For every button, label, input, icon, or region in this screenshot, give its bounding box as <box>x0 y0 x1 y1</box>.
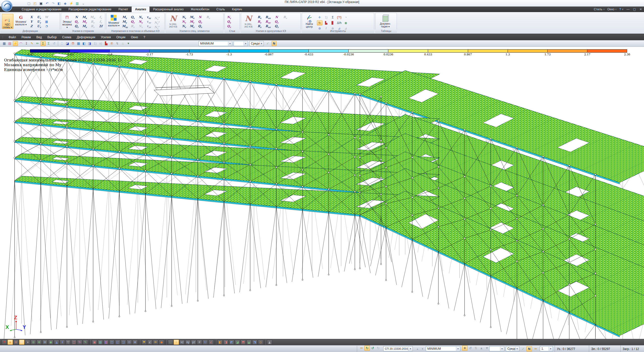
letter-button[interactable]: N <box>197 15 203 19</box>
letter-button[interactable]: ◔ <box>44 24 50 28</box>
letter-button[interactable]: Rz <box>205 15 211 19</box>
average-combobox-status[interactable]: Средни▼ <box>506 346 519 351</box>
view-toolbar-icon[interactable]: ⇓ <box>174 340 179 345</box>
letter-button[interactable]: τxz <box>145 19 152 24</box>
tool-icon[interactable]: ▙ <box>323 20 329 25</box>
up-triangle-button[interactable]: ▲ <box>415 346 420 351</box>
nds-schemes-button[interactable]: ⌐↓ НДС схемы ▾ <box>2 14 13 29</box>
toolbar-icon[interactable]: ◠ <box>18 41 23 46</box>
view-toolbar-icon[interactable]: ◱ <box>115 340 120 345</box>
style-menu[interactable]: Стиль∨ <box>594 8 605 11</box>
toolbar-icon[interactable]: ◧ <box>82 41 87 46</box>
chevron-down-icon[interactable]: ▼ <box>408 347 412 351</box>
statusbar-icon[interactable]: ▼ <box>484 345 490 351</box>
view-toolbar-icon[interactable]: ⬓ <box>246 340 252 345</box>
view-toolbar-icon[interactable]: ⊞ <box>13 340 19 345</box>
letter-button[interactable]: Ny <box>181 19 187 24</box>
find-center-button[interactable]: ↓G Найти центр <box>303 14 316 28</box>
mosaic-isofields-button[interactable]: G Мозаика/ изополя ▾ <box>15 14 27 26</box>
view-toolbar-icon[interactable]: ✎ <box>83 340 88 345</box>
letter-button[interactable]: Mx <box>81 15 88 19</box>
tool-icon[interactable]: Σ <box>330 15 335 20</box>
view-toolbar-icon[interactable]: ▥ <box>103 340 109 345</box>
statusbar-icon[interactable]: ✳ <box>462 345 468 351</box>
view-toolbar-icon[interactable]: ◑ <box>25 340 30 345</box>
letter-button[interactable]: Qy <box>129 19 136 24</box>
letter-button[interactable]: Nya <box>154 19 160 24</box>
view-toolbar-icon[interactable]: ▣ <box>92 340 97 345</box>
letter-button[interactable]: My <box>189 19 195 24</box>
view-toolbar-icon[interactable]: ⊜ <box>31 340 36 345</box>
view-toolbar-icon[interactable]: ✏ <box>153 340 158 345</box>
view-toolbar-icon[interactable]: U <box>203 340 208 345</box>
tab-brick[interactable]: Кирпич <box>229 7 246 12</box>
documentation-button[interactable]: Докумен- тация ▾ <box>376 14 394 28</box>
letter-button[interactable]: Mxy <box>121 24 128 28</box>
window-menu[interactable]: Окно∨ <box>607 8 617 11</box>
letter-button[interactable]: Nza <box>154 24 160 28</box>
toolbar-icon[interactable]: ✏ <box>35 41 40 46</box>
tool-icon[interactable]: ◉ <box>343 20 349 25</box>
toolbar-icon[interactable]: ◪ <box>65 41 70 46</box>
prev-triangle-button[interactable]: △ <box>120 41 125 46</box>
letter-button[interactable]: Ry <box>256 19 263 24</box>
close-button[interactable]: ✕ <box>639 8 642 11</box>
view-toolbar-icon[interactable]: ∠ <box>208 340 214 345</box>
help-button[interactable]: ?∨ <box>619 8 624 11</box>
letter-button[interactable]: N <box>73 15 80 19</box>
down-triangle-button[interactable]: ▼ <box>420 346 425 351</box>
apply-check-button[interactable]: ✓ <box>265 41 270 46</box>
chevron-down-icon[interactable]: ▼ <box>228 42 232 46</box>
letter-button[interactable]: Mx <box>189 15 195 19</box>
letter-button[interactable]: X <box>28 15 34 19</box>
menu-view[interactable]: Вид <box>34 34 45 40</box>
tool-icon[interactable]: 1) <box>323 15 329 20</box>
view-toolbar-icon[interactable]: ◇ <box>258 340 263 345</box>
statusbar-icon[interactable]: ↺ <box>370 345 375 351</box>
letter-button[interactable]: ▦ <box>44 19 50 24</box>
letter-button[interactable] <box>282 24 289 28</box>
letter-button[interactable] <box>205 19 211 24</box>
view-toolbar-icon[interactable]: ◲ <box>121 340 126 345</box>
n-flag-button-status[interactable]: N <box>526 346 532 351</box>
tab-reinforced-concrete[interactable]: Железобетон <box>187 7 213 12</box>
tool-icon[interactable]: {?!} <box>336 15 342 20</box>
toolbar-icon[interactable]: Σ <box>46 41 51 46</box>
letter-button[interactable]: Rz <box>129 24 136 28</box>
letter-button[interactable]: Ruz <box>264 24 272 28</box>
tool-icon[interactable]: ◔ <box>343 15 349 20</box>
chevron-down-icon[interactable]: ▼ <box>259 42 263 46</box>
n-flag-button[interactable]: N <box>272 41 277 46</box>
letter-button[interactable]: Nz <box>137 24 144 28</box>
view-toolbar-icon[interactable]: xz <box>179 340 185 345</box>
letter-button[interactable]: τyz <box>145 24 152 28</box>
letter-button[interactable]: Ruy <box>264 19 272 24</box>
letter-button[interactable]: Qx <box>226 19 232 24</box>
letter-button[interactable]: fz <box>97 19 104 24</box>
menu-window[interactable]: Окно <box>128 34 141 40</box>
view-toolbar-icon[interactable]: ◮ <box>54 340 59 345</box>
statusbar-icon[interactable]: ↺ <box>468 345 473 351</box>
chevron-down-icon[interactable]: ▼ <box>549 347 552 351</box>
letter-button[interactable]: W <box>44 15 50 19</box>
letter-button[interactable]: Rux <box>264 15 272 19</box>
letter-button[interactable]: Qy <box>73 19 80 24</box>
toolbar-icon[interactable]: ▙ <box>104 41 109 46</box>
norm-combobox[interactable]: СП 20.13330.2016_▼ <box>383 346 413 351</box>
letter-button[interactable]: Nx <box>181 15 187 19</box>
letter-button[interactable]: Qz <box>226 24 232 28</box>
menu-scheme[interactable]: Схема <box>59 34 74 40</box>
structural-model[interactable] <box>0 47 644 339</box>
tab-creation[interactable]: Создание и редактирование <box>18 7 65 12</box>
view-toolbar-icon[interactable]: ◪ <box>235 340 240 345</box>
letter-button[interactable]: Nxa <box>154 15 160 19</box>
letter-button[interactable]: My <box>121 19 128 24</box>
view-toolbar-icon[interactable]: ↻ <box>77 340 82 345</box>
tab-steel[interactable]: Сталь <box>213 7 229 12</box>
pencil-button-status[interactable]: ✏ <box>533 346 539 351</box>
app-logo-icon[interactable] <box>1 1 12 12</box>
menu-select[interactable]: Выбор <box>45 34 59 40</box>
model-viewport[interactable]: -3.47-3.03-2.6-2.17-1.73-1.3-0.867-0.433… <box>0 47 644 339</box>
tool-icon[interactable]: ✛ <box>317 15 322 20</box>
view-toolbar-icon[interactable]: ⊙ <box>127 340 132 345</box>
